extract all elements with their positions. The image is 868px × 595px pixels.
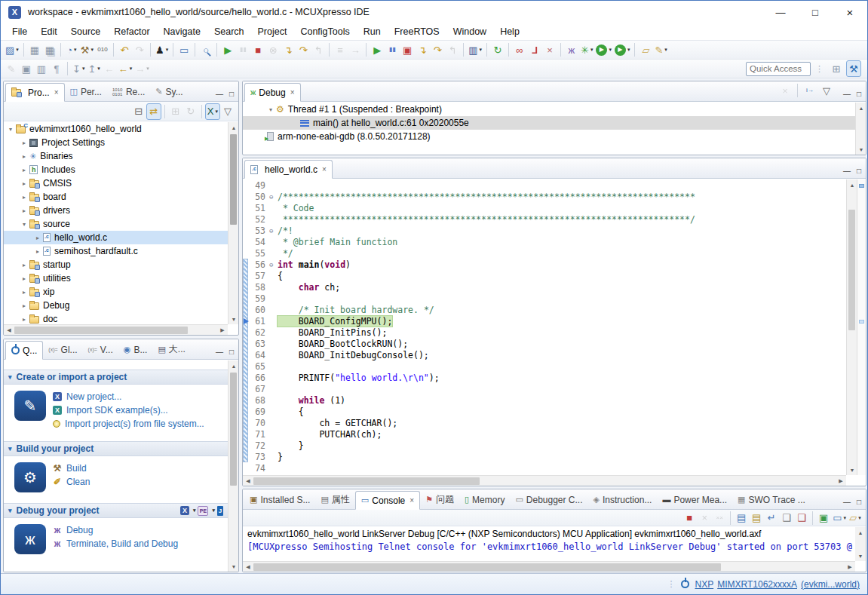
terminate-all-icon[interactable]: ▣ bbox=[400, 41, 415, 58]
dropdown-arrow-icon[interactable]: ▾ bbox=[82, 66, 85, 72]
debug-launch-icon[interactable]: ✳▾ bbox=[579, 41, 594, 58]
tree-item-includes[interactable]: ▸Includes bbox=[4, 163, 228, 176]
expand-icon[interactable]: ▸ bbox=[19, 167, 29, 173]
pencil-wand-icon[interactable]: ✎▾ bbox=[653, 41, 668, 58]
code-line-51[interactable]: 51 * Code bbox=[243, 202, 846, 213]
code-line-50[interactable]: 50⊖/************************************… bbox=[243, 191, 846, 202]
scroll-thumb[interactable] bbox=[14, 327, 188, 334]
scroll-thumb[interactable] bbox=[253, 563, 721, 571]
dropdown-arrow-icon[interactable]: ▾ bbox=[212, 508, 215, 514]
block-selection-icon[interactable]: ▥ bbox=[34, 60, 49, 77]
tab-installed-s[interactable]: ▣Installed S... bbox=[244, 490, 315, 509]
expand-icon[interactable]: ▸ bbox=[19, 275, 29, 282]
tree-item-source[interactable]: ▾source bbox=[4, 217, 228, 231]
debug-vscrollbar[interactable]: ▲ ▼ bbox=[855, 103, 866, 155]
collapse-all-icon[interactable]: ⊟ bbox=[131, 103, 146, 120]
scroll-down-icon[interactable]: ▼ bbox=[229, 561, 239, 572]
section-collapse-icon[interactable]: ▾ bbox=[8, 507, 12, 514]
dropdown-arrow-icon[interactable]: ▾ bbox=[609, 47, 612, 53]
tab-debug[interactable]: жDebug× bbox=[244, 83, 301, 102]
tree-item-hello-world-c[interactable]: ▸hello_world.c bbox=[4, 231, 228, 244]
code-line-60[interactable]: 60 /* Init board hardware. */ bbox=[243, 304, 846, 315]
terminal-icon[interactable]: ▭ bbox=[176, 41, 192, 58]
power-icon[interactable] bbox=[681, 580, 689, 588]
dropdown-arrow-icon[interactable]: ▾ bbox=[479, 47, 482, 53]
show-whitespace-icon[interactable]: ¶ bbox=[49, 60, 64, 77]
scroll-left-icon[interactable]: ◀ bbox=[243, 476, 253, 486]
maximize-button[interactable]: □ bbox=[798, 1, 833, 23]
binary-file-icon[interactable]: 010 bbox=[95, 41, 110, 58]
expand-icon[interactable]: ▸ bbox=[19, 140, 29, 146]
collapse-icon[interactable]: ▾ bbox=[5, 126, 16, 133]
collapse-icon[interactable]: ▾ bbox=[265, 106, 276, 113]
minimize-panel-icon[interactable]: — bbox=[216, 90, 223, 98]
dropdown-arrow-icon[interactable]: ▾ bbox=[97, 66, 100, 72]
sdk-book-icon[interactable]: ▥▾ bbox=[467, 41, 483, 58]
tab-gl[interactable]: (x)=Gl... bbox=[43, 340, 82, 359]
code-line-56[interactable]: 56⊖int main(void) bbox=[243, 259, 846, 270]
code-line-57[interactable]: 57{ bbox=[243, 270, 846, 281]
menu-help[interactable]: Help bbox=[493, 25, 526, 38]
scroll-down-icon[interactable]: ▼ bbox=[856, 144, 866, 155]
pemicro-probe-icon[interactable]: PE bbox=[198, 506, 208, 516]
code-line-52[interactable]: 52 *************************************… bbox=[243, 213, 846, 225]
expand-icon[interactable]: ▸ bbox=[19, 194, 29, 201]
scroll-right-icon[interactable]: ▶ bbox=[845, 562, 855, 572]
code-line-71[interactable]: 71 PUTCHAR(ch); bbox=[243, 428, 846, 440]
overview-ruler[interactable] bbox=[857, 179, 866, 475]
scroll-thumb[interactable] bbox=[230, 373, 237, 486]
tree-item-doc[interactable]: ▸doc bbox=[4, 312, 228, 324]
tab-问题[interactable]: ⚑问题 bbox=[420, 490, 459, 509]
scroll-down-icon[interactable]: ▼ bbox=[855, 551, 866, 561]
maximize-panel-icon[interactable]: □ bbox=[229, 90, 234, 98]
menu-file[interactable]: File bbox=[5, 25, 34, 38]
link-icon[interactable]: ∞ bbox=[512, 41, 527, 58]
section-header-build-your-project[interactable]: ▾Build your project bbox=[4, 441, 228, 456]
scroll-down-icon[interactable]: ▼ bbox=[229, 314, 239, 324]
tree-item-thread-1-1-suspended-breakpoint[interactable]: ▾Thread #1 1 (Suspended : Breakpoint) bbox=[243, 103, 855, 116]
dropdown-arrow-icon[interactable]: ▾ bbox=[90, 47, 94, 53]
quickstart-link-terminate-build-and-debug[interactable]: жTerminate, Build and Debug bbox=[53, 537, 178, 551]
tree-item-cmsis[interactable]: ▸CMSIS bbox=[4, 176, 228, 190]
close-icon[interactable]: × bbox=[322, 165, 327, 173]
boot-mcu-icon[interactable]: L bbox=[527, 41, 542, 58]
suspend-all-icon[interactable]: ▮▮ bbox=[385, 41, 400, 58]
forward-icon[interactable]: →▾ bbox=[133, 60, 151, 77]
develop-perspective-icon[interactable]: ⚒ bbox=[846, 60, 861, 77]
scroll-right-icon[interactable]: ▶ bbox=[217, 325, 228, 336]
menu-search[interactable]: Search bbox=[207, 25, 251, 38]
group-step-return-icon[interactable]: ↰ bbox=[445, 41, 460, 58]
dropdown-arrow-icon[interactable]: ▾ bbox=[130, 66, 133, 72]
step-return-icon[interactable]: ↰ bbox=[311, 41, 326, 58]
open-console-icon[interactable]: ▱▾ bbox=[848, 510, 863, 526]
dropdown-arrow-icon[interactable]: ▾ bbox=[166, 47, 169, 53]
code-line-55[interactable]: 55 */ bbox=[243, 247, 846, 259]
debug-bug-icon[interactable]: ж bbox=[564, 41, 579, 58]
code-line-74[interactable]: 74 bbox=[243, 462, 846, 474]
quickstart-link-import-sdk-example-s[interactable]: XImport SDK example(s)... bbox=[53, 403, 204, 417]
code-line-53[interactable]: 53⊖/*! bbox=[243, 225, 846, 236]
scroll-up-icon[interactable]: ▲ bbox=[229, 360, 239, 371]
code-line-65[interactable]: 65 bbox=[243, 360, 846, 372]
pin-console-icon[interactable]: ▣ bbox=[816, 510, 831, 526]
tree-item-binaries[interactable]: ▸Binaries bbox=[4, 149, 228, 163]
tab-hello-world-c[interactable]: hello_world.c× bbox=[244, 160, 333, 179]
tab-re[interactable]: 1010 0101Re... bbox=[107, 82, 150, 101]
tab-memory[interactable]: ▯Memory bbox=[459, 490, 510, 509]
code-line-72[interactable]: 72 } bbox=[243, 440, 846, 451]
tab-pro[interactable]: Pro...× bbox=[5, 83, 65, 102]
expand-icon[interactable]: ▸ bbox=[19, 262, 29, 268]
fold-icon[interactable]: ⊖ bbox=[269, 193, 278, 201]
profile-icon[interactable]: ▶▾ bbox=[613, 41, 632, 58]
tree-item-drivers[interactable]: ▸drivers bbox=[4, 204, 228, 217]
console-vscrollbar[interactable]: ▲ ▼ bbox=[855, 527, 866, 561]
open-perspective-icon[interactable]: ⊞ bbox=[829, 60, 844, 77]
tab-debugger-c[interactable]: ▭Debugger C... bbox=[510, 490, 587, 509]
tree-item-evkmimxrt1060-hello-world[interactable]: ▾evkmimxrt1060_hello_world bbox=[4, 122, 228, 136]
last-edit-location-icon[interactable]: ↧▾ bbox=[71, 60, 86, 77]
mcux-config-icon[interactable]: X▾ bbox=[205, 103, 220, 120]
scroll-lock-icon[interactable]: ▤ bbox=[749, 510, 764, 526]
tree-item-utilities[interactable]: ▸utilities bbox=[4, 271, 228, 285]
display-console-icon[interactable]: ▭▾ bbox=[831, 510, 848, 526]
collapse-icon[interactable]: ▾ bbox=[19, 221, 29, 228]
